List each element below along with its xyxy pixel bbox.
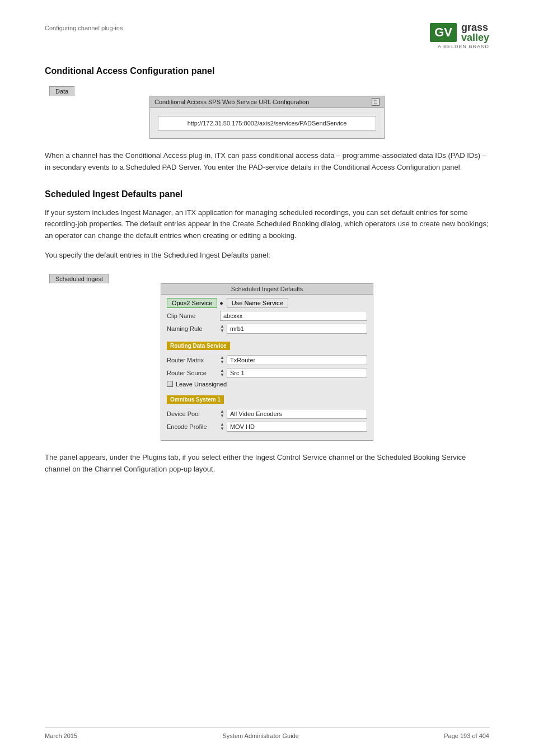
header-subtitle: Configuring channel plug-ins	[45, 25, 123, 31]
section-conditional-access: Conditional Access Configuration panel D…	[45, 66, 489, 174]
clip-name-value[interactable]: abcxxx	[220, 311, 367, 321]
router-matrix-label: Router Matrix	[167, 357, 220, 363]
encode-profile-label: Encode Profile	[167, 423, 220, 430]
logo-gv-icon: GV	[430, 23, 457, 42]
footer-center: System Administrator Guide	[223, 732, 299, 739]
data-tab[interactable]: Data	[49, 86, 74, 96]
section2-body1: If your system includes Ingest Manager, …	[45, 207, 489, 242]
section1-heading: Conditional Access Configuration panel	[45, 66, 489, 76]
section2-body2: You specify the default entries in the S…	[45, 250, 489, 262]
panel-close-btn-ca[interactable]: □	[372, 98, 380, 106]
section2-body3: The panel appears, under the Plugins tab…	[45, 452, 489, 475]
page-footer: March 2015 System Administrator Guide Pa…	[45, 727, 489, 739]
service-buttons-row: Opus2 Service ● Use Name Service	[167, 298, 367, 308]
conditional-access-panel: Data Conditional Access SPS Web Service …	[45, 84, 489, 139]
router-matrix-spinner[interactable]: ▲▼	[220, 356, 224, 365]
ingest-title: Scheduled Ingest Defaults	[231, 286, 303, 292]
logo-area: GV grass valley A BELDEN BRAND	[430, 22, 489, 49]
router-matrix-row: Router Matrix ▲▼ TxRouter	[167, 355, 367, 365]
device-pool-spinner[interactable]: ▲▼	[220, 409, 224, 418]
panel-title-bar-ca: Conditional Access SPS Web Service URL C…	[150, 96, 384, 108]
clip-name-row: Clip Name abcxxx	[167, 311, 367, 321]
panel-url: http://172.31.50.175:8002/axis2/services…	[158, 116, 376, 130]
ingest-body: Opus2 Service ● Use Name Service Clip Na…	[161, 295, 373, 440]
logo-text: grass valley	[461, 22, 489, 43]
routing-section-header: Routing Data Service	[167, 342, 230, 350]
router-source-row: Router Source ▲▼ Src 1	[167, 368, 367, 378]
use-name-service-btn[interactable]: Use Name Service	[227, 298, 288, 308]
naming-rule-value[interactable]: mrb1	[227, 324, 367, 334]
footer-right: Page 193 of 404	[444, 732, 489, 739]
naming-rule-spinner[interactable]: ▲▼	[220, 324, 224, 333]
logo-valley: valley	[461, 32, 489, 43]
router-matrix-value[interactable]: TxRouter	[227, 355, 367, 365]
naming-rule-label: Naming Rule	[167, 325, 220, 332]
naming-rule-row: Naming Rule ▲▼ mrb1	[167, 324, 367, 334]
omnibus-section-header: Omnibus System 1	[167, 395, 224, 404]
leave-unassigned-row: Leave Unassigned	[167, 381, 367, 388]
router-source-label: Router Source	[167, 370, 220, 376]
section2-heading: Scheduled Ingest Defaults panel	[45, 189, 489, 199]
router-source-value[interactable]: Src 1	[227, 368, 367, 378]
section-scheduled-ingest: Scheduled Ingest Defaults panel If your …	[45, 189, 489, 475]
logo-belden: A BELDEN BRAND	[438, 44, 489, 49]
logo-grass: grass	[461, 22, 489, 32]
router-source-spinner[interactable]: ▲▼	[220, 368, 224, 377]
device-pool-label: Device Pool	[167, 410, 220, 417]
encode-profile-spinner[interactable]: ▲▼	[220, 422, 224, 431]
encode-profile-row: Encode Profile ▲▼ MOV HD	[167, 422, 367, 432]
panel-body-ca: http://172.31.50.175:8002/axis2/services…	[150, 108, 384, 138]
ingest-title-bar: Scheduled Ingest Defaults	[161, 284, 373, 295]
device-pool-value[interactable]: All Video Encoders	[227, 409, 367, 419]
device-pool-row: Device Pool ▲▼ All Video Encoders	[167, 409, 367, 419]
footer-left: March 2015	[45, 732, 77, 739]
section1-body: When a channel has the Conditional Acces…	[45, 150, 489, 174]
leave-unassigned-checkbox[interactable]	[167, 381, 173, 387]
clip-name-label: Clip Name	[167, 312, 220, 319]
page-header: Configuring channel plug-ins GV grass va…	[45, 22, 489, 49]
leave-unassigned-label: Leave Unassigned	[176, 381, 227, 388]
scheduled-ingest-panel-wrapper: Scheduled Ingest Scheduled Ingest Defaul…	[45, 272, 489, 441]
panel-title-ca: Conditional Access SPS Web Service URL C…	[154, 99, 309, 105]
encode-profile-value[interactable]: MOV HD	[227, 422, 367, 432]
panel-mockup-ca: Conditional Access SPS Web Service URL C…	[149, 96, 385, 139]
logo-box: GV grass valley	[430, 22, 489, 43]
opus2-service-btn[interactable]: Opus2 Service	[167, 298, 217, 308]
ingest-panel: Scheduled Ingest Defaults Opus2 Service …	[161, 283, 373, 441]
scheduled-ingest-tab[interactable]: Scheduled Ingest	[49, 274, 109, 283]
